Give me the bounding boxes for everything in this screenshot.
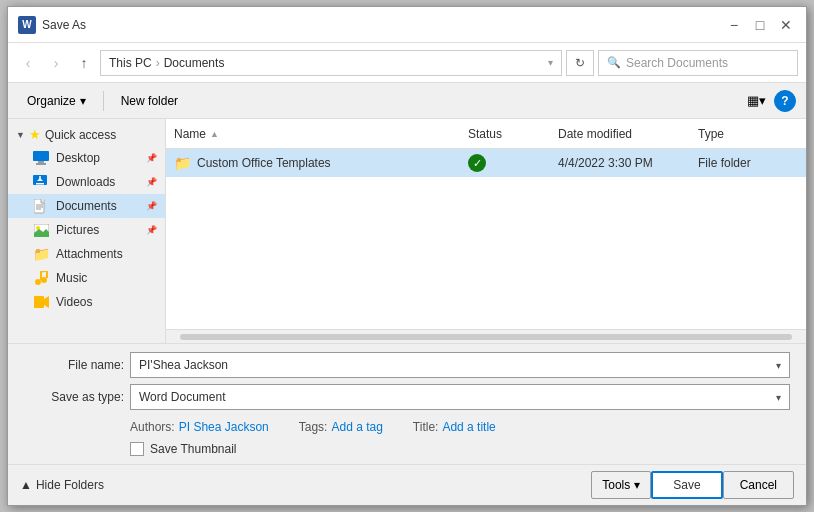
videos-icon [32, 294, 50, 310]
checkbox-row: Save Thumbnail [130, 442, 790, 456]
col-name-header[interactable]: Name ▲ [174, 127, 468, 141]
tools-label: Tools [602, 478, 630, 492]
sidebar-item-documents-label: Documents [56, 199, 117, 213]
quick-access-label: Quick access [45, 128, 116, 142]
new-folder-button[interactable]: New folder [112, 89, 187, 113]
title-value[interactable]: Add a title [442, 420, 495, 434]
file-row-0[interactable]: 📁 Custom Office Templates ✓ 4/4/2022 3:3… [166, 149, 806, 177]
tools-button[interactable]: Tools ▾ [591, 471, 651, 499]
documents-pin-icon: 📌 [146, 201, 157, 211]
view-icon: ▦▾ [747, 93, 766, 108]
desktop-pin-icon: 📌 [146, 153, 157, 163]
tags-value[interactable]: Add a tag [331, 420, 382, 434]
title-bar: W Save As − □ ✕ [8, 7, 806, 43]
sidebar-item-documents[interactable]: Documents 📌 [8, 194, 165, 218]
hide-folders-label: Hide Folders [36, 478, 104, 492]
help-button[interactable]: ? [774, 90, 796, 112]
file-name-cell: 📁 Custom Office Templates [174, 155, 468, 171]
file-name-label: File name: [24, 358, 124, 372]
file-type-cell: File folder [698, 156, 798, 170]
svg-rect-16 [40, 272, 42, 280]
meta-row: Authors: PI Shea Jackson Tags: Add a tag… [130, 416, 790, 438]
save-type-input[interactable]: Word Document ▾ [130, 384, 790, 410]
downloads-pin-icon: 📌 [146, 177, 157, 187]
save-label: Save [673, 478, 700, 492]
search-placeholder: Search Documents [626, 56, 728, 70]
quick-access-chevron: ▼ [16, 130, 25, 140]
sidebar-item-videos-label: Videos [56, 295, 92, 309]
search-box[interactable]: 🔍 Search Documents [598, 50, 798, 76]
maximize-button[interactable]: □ [748, 13, 772, 37]
svg-rect-2 [36, 163, 46, 165]
authors-item: Authors: PI Shea Jackson [130, 420, 269, 434]
save-type-arrow: ▾ [776, 392, 781, 403]
sidebar-item-downloads-label: Downloads [56, 175, 115, 189]
main-content: ▼ ★ Quick access Desktop 📌 Downloads 📌 [8, 119, 806, 343]
sidebar-item-videos[interactable]: Videos [8, 290, 165, 314]
new-folder-label: New folder [121, 94, 178, 108]
tags-label: Tags: [299, 420, 328, 434]
svg-rect-6 [36, 183, 44, 185]
file-name-arrow: ▾ [776, 360, 781, 371]
word-app-icon: W [18, 16, 36, 34]
quick-access-star: ★ [29, 127, 41, 142]
horizontal-scrollbar[interactable] [166, 329, 806, 343]
downloads-icon [32, 174, 50, 190]
hide-folders-button[interactable]: ▲ Hide Folders [20, 478, 104, 492]
scrollbar-track [180, 334, 792, 340]
hide-folders-arrow: ▲ [20, 478, 32, 492]
toolbar: Organize ▾ New folder ▦▾ ? [8, 83, 806, 119]
address-bar[interactable]: This PC › Documents ▾ [100, 50, 562, 76]
sidebar: ▼ ★ Quick access Desktop 📌 Downloads 📌 [8, 119, 166, 343]
save-as-dialog: W Save As − □ ✕ ‹ › ↑ This PC › Document… [7, 6, 807, 506]
file-list[interactable]: 📁 Custom Office Templates ✓ 4/4/2022 3:3… [166, 149, 806, 329]
close-button[interactable]: ✕ [774, 13, 798, 37]
quick-access-header[interactable]: ▼ ★ Quick access [8, 123, 165, 146]
col-type-header[interactable]: Type [698, 127, 798, 141]
sidebar-item-music-label: Music [56, 271, 87, 285]
cancel-button[interactable]: Cancel [723, 471, 794, 499]
sidebar-item-downloads[interactable]: Downloads 📌 [8, 170, 165, 194]
status-check-icon: ✓ [468, 154, 486, 172]
address-current: Documents [164, 56, 225, 70]
tools-arrow: ▾ [634, 478, 640, 492]
save-thumbnail-label[interactable]: Save Thumbnail [150, 442, 237, 456]
svg-line-18 [40, 271, 46, 272]
file-list-header: Name ▲ Status Date modified Type [166, 119, 806, 149]
authors-label: Authors: [130, 420, 175, 434]
back-button[interactable]: ‹ [16, 51, 40, 75]
svg-rect-0 [33, 151, 49, 161]
address-this-pc: This PC [109, 56, 152, 70]
address-separator-1: › [156, 56, 160, 70]
toolbar-right: ▦▾ ? [742, 89, 796, 113]
save-type-value: Word Document [139, 390, 225, 404]
authors-value[interactable]: PI Shea Jackson [179, 420, 269, 434]
svg-rect-1 [38, 161, 44, 163]
sidebar-item-attachments[interactable]: 📁 Attachments [8, 242, 165, 266]
organize-button[interactable]: Organize ▾ [18, 89, 95, 113]
forward-button[interactable]: › [44, 51, 68, 75]
sidebar-item-music[interactable]: Music [8, 266, 165, 290]
address-bar-row: ‹ › ↑ This PC › Documents ▾ ↻ 🔍 Search D… [8, 43, 806, 83]
help-label: ? [781, 94, 788, 108]
organize-arrow: ▾ [80, 94, 86, 108]
col-date-header[interactable]: Date modified [558, 127, 698, 141]
title-label: Title: [413, 420, 439, 434]
save-thumbnail-checkbox[interactable] [130, 442, 144, 456]
sidebar-item-desktop[interactable]: Desktop 📌 [8, 146, 165, 170]
sidebar-item-pictures[interactable]: Pictures 📌 [8, 218, 165, 242]
tags-item: Tags: Add a tag [299, 420, 383, 434]
sidebar-item-attachments-label: Attachments [56, 247, 123, 261]
save-type-row: Save as type: Word Document ▾ [24, 384, 790, 410]
file-name-input[interactable]: PI'Shea Jackson Word Document ▾ [130, 352, 790, 378]
organize-label: Organize [27, 94, 76, 108]
view-button[interactable]: ▦▾ [742, 89, 770, 113]
minimize-button[interactable]: − [722, 13, 746, 37]
file-pane: Name ▲ Status Date modified Type 📁 [166, 119, 806, 343]
bottom-form-area: File name: PI'Shea Jackson Word Document… [8, 343, 806, 464]
col-status-header[interactable]: Status [468, 127, 558, 141]
up-button[interactable]: ↑ [72, 51, 96, 75]
window-controls: − □ ✕ [722, 13, 798, 37]
save-button[interactable]: Save [651, 471, 722, 499]
refresh-button[interactable]: ↻ [566, 50, 594, 76]
